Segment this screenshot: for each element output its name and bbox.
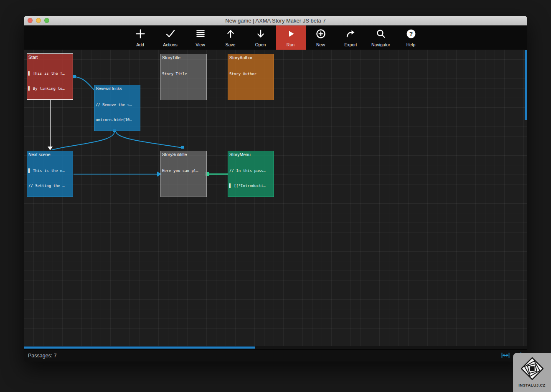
code-line: ▌ This is the n… <box>28 168 71 173</box>
horizontal-scrollbar-thumb[interactable] <box>24 346 255 349</box>
code-line: // In this pass… <box>229 168 272 173</box>
code-line: Here you can pl… <box>162 168 205 173</box>
toolbar-label: Help <box>406 42 416 47</box>
app-window: New game | AXMA Story Maker JS beta 7 Ad… <box>24 16 527 362</box>
toolbar-label: Navigator <box>371 42 390 47</box>
passage-title: StorySubtitle <box>162 152 205 157</box>
zoom-button[interactable] <box>44 18 49 23</box>
passage-node-next-scene[interactable]: Next scene ▌ This is the n… // Setting t… <box>27 151 73 197</box>
hamburger-icon <box>195 28 206 41</box>
passage-body: ▌ This is the n… // Setting the … effect… <box>28 158 71 197</box>
code-line: ▌ [[*Introducti… <box>229 183 272 188</box>
link-severaltricks-nextscene <box>52 132 114 150</box>
toolbar-label: New <box>316 42 325 47</box>
passage-node-storysubtitle[interactable]: StorySubtitle Here you can pl… <box>160 151 207 197</box>
view-button[interactable]: View <box>185 25 216 50</box>
run-button[interactable]: Run <box>276 25 306 50</box>
link-start-severaltricks <box>76 77 94 90</box>
check-icon <box>165 28 176 41</box>
link-severaltricks-storysubtitle <box>116 132 182 148</box>
circle-plus-icon <box>315 28 326 41</box>
share-arrow-icon <box>345 28 356 41</box>
code-line: // Remove the s… <box>96 102 139 107</box>
passage-title: Next scene <box>28 152 71 157</box>
horizontal-scrollbar-track[interactable] <box>24 346 527 349</box>
arrow-down-icon <box>255 28 266 41</box>
plus-icon <box>135 28 146 41</box>
actions-button[interactable]: Actions <box>155 25 185 50</box>
vertical-scrollbar-thumb[interactable] <box>525 50 527 120</box>
window-title: New game | AXMA Story Maker JS beta 7 <box>24 18 527 24</box>
passage-body: // Remove the s… unicorn.hide(10… // Sto… <box>96 92 139 131</box>
close-button[interactable] <box>28 18 33 23</box>
help-button[interactable]: ? Help <box>396 25 426 50</box>
passage-body: Story Title <box>162 61 205 86</box>
open-button[interactable]: Open <box>246 25 276 50</box>
passage-node-start[interactable]: Start ▌ This is the f… ▌ By linking to… … <box>27 53 73 100</box>
export-button[interactable]: Export <box>336 25 366 50</box>
toolbar: Add Actions View Save Open <box>24 25 527 50</box>
instaluj-logo-icon <box>521 357 543 382</box>
question-icon: ? <box>406 28 416 41</box>
passage-title: Start <box>28 55 71 60</box>
new-button[interactable]: New <box>306 25 336 50</box>
passage-title: Several tricks <box>96 86 139 91</box>
link-anchor-square <box>73 75 76 78</box>
save-button[interactable]: Save <box>216 25 246 50</box>
toolbar-label: Open <box>255 42 266 47</box>
code-line: unicorn.hide(10… <box>96 117 139 122</box>
toolbar-label: Actions <box>163 42 177 47</box>
code-line: Story Author <box>229 71 272 76</box>
toolbar-label: Run <box>287 42 295 47</box>
code-line: ▌ This is the f… <box>28 71 71 76</box>
passage-body: // In this pass… ▌ [[*Introducti… // You… <box>229 158 272 197</box>
passage-node-several-tricks[interactable]: Several tricks // Remove the s… unicorn.… <box>94 85 140 131</box>
statusbar: Passages: 7 <box>24 349 527 362</box>
passage-title: StoryMenu <box>229 152 272 157</box>
passage-body: ▌ This is the f… ▌ By linking to… pictur… <box>28 61 71 100</box>
titlebar[interactable]: New game | AXMA Story Maker JS beta 7 <box>24 16 527 25</box>
passage-node-storymenu[interactable]: StoryMenu // In this pass… ▌ [[*Introduc… <box>228 151 274 197</box>
toolbar-label: Add <box>136 42 144 47</box>
passage-node-storyauthor[interactable]: StoryAuthor Story Author <box>228 54 274 100</box>
toolbar-label: Export <box>344 42 357 47</box>
svg-text:?: ? <box>409 30 413 37</box>
code-line: Story Title <box>162 71 205 76</box>
link-anchor-square <box>181 146 184 149</box>
passage-title: StoryTitle <box>162 55 205 60</box>
traffic-lights <box>28 18 49 23</box>
watermark-text: INSTALUJ.CZ <box>518 383 545 387</box>
passage-body: Here you can pl… <box>162 158 205 183</box>
minimize-button[interactable] <box>36 18 41 23</box>
magnifier-icon <box>376 28 386 41</box>
arrow-up-icon <box>225 28 236 41</box>
navigator-button[interactable]: Navigator <box>366 25 396 50</box>
code-line: ▌ By linking to… <box>28 86 71 91</box>
story-map-canvas[interactable]: Start ▌ This is the f… ▌ By linking to… … <box>24 50 527 346</box>
instaluj-watermark: INSTALUJ.CZ <box>513 353 551 392</box>
passage-title: StoryAuthor <box>229 55 272 60</box>
toolbar-label: View <box>196 42 205 47</box>
code-line: // Setting the … <box>28 183 71 188</box>
passage-body: Story Author <box>229 61 272 86</box>
add-button[interactable]: Add <box>125 25 155 50</box>
passage-node-storytitle[interactable]: StoryTitle Story Title <box>160 54 207 100</box>
play-icon <box>285 28 296 41</box>
toolbar-label: Save <box>226 42 236 47</box>
fit-width-icon[interactable] <box>501 352 510 360</box>
passages-count: Passages: 7 <box>28 353 57 359</box>
